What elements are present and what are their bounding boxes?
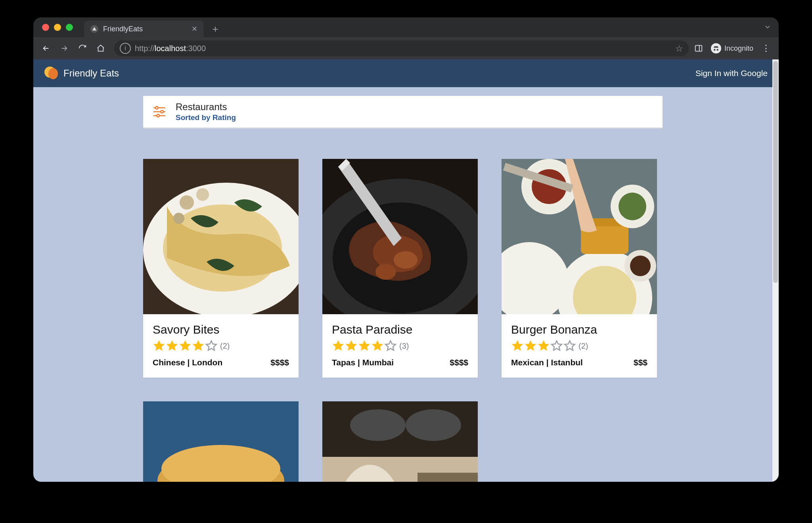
- tab-overflow-button[interactable]: [764, 23, 772, 32]
- svg-point-29: [630, 256, 651, 276]
- svg-point-3: [155, 107, 158, 109]
- restaurant-name: Burger Bonanza: [511, 323, 647, 336]
- nav-back-button[interactable]: [38, 40, 54, 56]
- browser-menu-button[interactable]: ⋮: [758, 40, 774, 56]
- browser-tab[interactable]: FriendlyEats ✕: [84, 21, 204, 37]
- restaurant-tagline: Chinese | London: [153, 358, 222, 367]
- new-tab-button[interactable]: +: [209, 22, 222, 36]
- filter-sliders-icon: [151, 103, 168, 120]
- restaurant-card[interactable]: Savory Bites (2) Chinese | London $$$$: [143, 159, 299, 378]
- browser-window: FriendlyEats ✕ + i: [33, 17, 779, 482]
- vertical-scrollbar[interactable]: [772, 59, 779, 482]
- tab-strip: FriendlyEats ✕ +: [33, 17, 779, 37]
- tab-close-button[interactable]: ✕: [192, 25, 197, 33]
- restaurant-photo: [502, 159, 657, 314]
- star-rating: [511, 340, 576, 352]
- restaurant-photo: [322, 159, 478, 314]
- url-prefix: http://: [135, 44, 155, 53]
- window-minimize-button[interactable]: [54, 24, 61, 31]
- restaurant-card[interactable]: Burger Bonanza (2) Mexican | Istanbul $$…: [502, 159, 657, 378]
- home-button[interactable]: [93, 40, 109, 56]
- filter-title: Restaurants: [176, 101, 236, 113]
- tab-favicon: [90, 25, 98, 33]
- window-close-button[interactable]: [42, 24, 49, 31]
- url-port: :3000: [186, 44, 206, 53]
- incognito-label: Incognito: [724, 44, 753, 53]
- bookmark-star-icon[interactable]: ☆: [675, 44, 683, 54]
- signin-button[interactable]: Sign In with Google: [695, 69, 768, 78]
- review-count: (2): [220, 342, 230, 351]
- restaurant-tagline: Tapas | Mumbai: [332, 358, 394, 367]
- svg-point-11: [180, 195, 194, 210]
- star-rating: [332, 340, 397, 352]
- page-viewport: Friendly Eats Sign In with Google: [33, 59, 779, 482]
- incognito-icon: [711, 43, 721, 53]
- svg-point-12: [196, 188, 209, 201]
- window-zoom-button[interactable]: [66, 24, 73, 31]
- window-controls: [42, 24, 73, 31]
- site-info-icon[interactable]: i: [120, 43, 131, 54]
- svg-point-13: [173, 213, 184, 224]
- url-host: localhost: [155, 44, 186, 53]
- incognito-indicator[interactable]: Incognito: [711, 43, 753, 53]
- rating: (2): [153, 340, 289, 352]
- reload-button[interactable]: [75, 40, 90, 56]
- restaurant-card[interactable]: Pasta Paradise (3) Tapas | Mumbai $$$$: [322, 159, 478, 378]
- nav-forward-button[interactable]: [56, 40, 72, 56]
- review-count: (2): [578, 342, 588, 351]
- tab-title: FriendlyEats: [103, 25, 143, 33]
- brand-logo-icon: [44, 67, 58, 80]
- restaurant-grid: [143, 401, 663, 482]
- restaurant-name: Savory Bites: [153, 323, 289, 336]
- restaurant-photo: [143, 401, 299, 482]
- restaurant-price: $$$$: [450, 358, 468, 367]
- svg-point-27: [619, 193, 646, 220]
- restaurant-photo: [322, 401, 478, 482]
- svg-point-39: [406, 409, 461, 441]
- svg-point-17: [394, 251, 417, 269]
- restaurant-tagline: Mexican | Istanbul: [511, 358, 583, 367]
- url-display: http://localhost:3000: [135, 44, 206, 53]
- brand[interactable]: Friendly Eats: [44, 67, 119, 80]
- restaurant-price: $$$: [634, 358, 647, 367]
- scrollbar-thumb[interactable]: [773, 61, 778, 283]
- main-content: Restaurants Sorted by Rating: [33, 87, 772, 482]
- restaurant-name: Pasta Paradise: [332, 323, 468, 336]
- address-bar[interactable]: i http://localhost:3000 ☆: [114, 40, 689, 56]
- svg-point-7: [157, 115, 159, 117]
- app-header: Friendly Eats Sign In with Google: [33, 59, 779, 87]
- svg-rect-0: [695, 46, 702, 52]
- rating: (2): [511, 340, 647, 352]
- svg-rect-42: [417, 473, 478, 482]
- filter-subtitle: Sorted by Rating: [176, 113, 236, 122]
- restaurant-card[interactable]: [143, 401, 299, 482]
- restaurant-photo: [143, 159, 299, 314]
- restaurant-card[interactable]: [322, 401, 478, 482]
- restaurant-price: $$$$: [270, 358, 289, 367]
- filter-bar[interactable]: Restaurants Sorted by Rating: [143, 96, 663, 129]
- rating: (3): [332, 340, 468, 352]
- svg-point-5: [161, 111, 163, 113]
- side-panel-icon[interactable]: [694, 44, 703, 53]
- restaurant-grid: Savory Bites (2) Chinese | London $$$$: [143, 159, 663, 378]
- star-rating: [153, 340, 218, 352]
- svg-point-38: [350, 409, 406, 441]
- svg-point-18: [375, 264, 396, 280]
- browser-toolbar: i http://localhost:3000 ☆ Incognito ⋮: [33, 37, 779, 59]
- review-count: (3): [399, 342, 409, 351]
- brand-name: Friendly Eats: [63, 68, 119, 79]
